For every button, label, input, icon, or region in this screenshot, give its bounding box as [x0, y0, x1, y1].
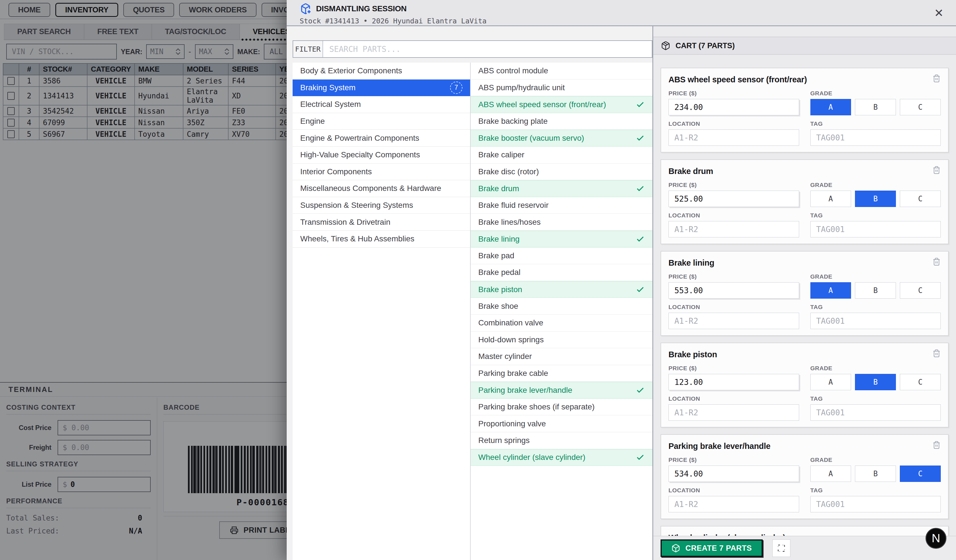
part-item[interactable]: Parking brake lever/handle — [471, 382, 653, 399]
trash-icon[interactable] — [932, 349, 941, 358]
part-item[interactable]: Brake shoe — [471, 298, 653, 315]
grade-button-a[interactable]: A — [810, 374, 851, 390]
category-item[interactable]: Interior Components — [292, 163, 470, 180]
part-item[interactable]: Brake fluid reservoir — [471, 197, 653, 214]
grade-button-c[interactable]: C — [900, 99, 941, 115]
check-icon — [636, 285, 645, 294]
grade-button-a[interactable]: A — [810, 191, 851, 207]
trash-icon[interactable] — [932, 74, 941, 83]
grade-button-b[interactable]: B — [855, 282, 896, 299]
close-icon[interactable]: ✕ — [934, 7, 943, 19]
tag-input[interactable]: TAG001 — [810, 313, 941, 329]
tag-input[interactable]: TAG001 — [810, 129, 941, 146]
category-item[interactable]: Engine & Powertrain Components — [292, 130, 470, 147]
grade-button-c[interactable]: C — [900, 282, 941, 299]
grade-button-a[interactable]: A — [810, 99, 851, 115]
create-parts-button[interactable]: CREATE 7 PARTS — [660, 540, 763, 557]
category-item[interactable]: Electrical System — [292, 96, 470, 113]
category-count-badge: 7 — [450, 82, 462, 94]
category-item[interactable]: Engine — [292, 113, 470, 130]
category-item[interactable]: Braking System7 — [292, 80, 470, 96]
cart-items-scroll[interactable]: ABS wheel speed sensor (front/rear)PRICE… — [653, 55, 956, 536]
grade-button-c[interactable]: C — [900, 191, 941, 207]
grade-button-b[interactable]: B — [855, 191, 896, 207]
category-item[interactable]: Transmission & Drivetrain — [292, 214, 470, 231]
grade-button-b[interactable]: B — [855, 99, 896, 115]
tag-input[interactable]: TAG001 — [810, 221, 941, 237]
location-field: LOCATIONA1-R2 — [668, 121, 799, 146]
part-item[interactable]: ABS wheel speed sensor (front/rear) — [471, 96, 653, 113]
part-item[interactable]: Parking brake shoes (if separate) — [471, 399, 653, 416]
trash-icon[interactable] — [932, 441, 941, 449]
part-item[interactable]: Brake booster (vacuum servo) — [471, 130, 653, 147]
part-item[interactable]: Parking brake cable — [471, 365, 653, 382]
price-field: PRICE ($)525.00 — [668, 182, 799, 207]
check-icon — [636, 453, 645, 462]
location-field: LOCATIONA1-R2 — [668, 212, 799, 237]
price-label: PRICE ($) — [668, 182, 799, 188]
location-field: LOCATIONA1-R2 — [668, 395, 799, 421]
category-item[interactable]: Wheels, Tires & Hub Assemblies — [292, 231, 470, 248]
package-icon — [671, 544, 680, 553]
part-item[interactable]: Hold-down springs — [471, 332, 653, 348]
location-field: LOCATIONA1-R2 — [668, 487, 799, 512]
grade-button-b[interactable]: B — [855, 466, 896, 482]
nextjs-dev-badge[interactable]: N — [926, 528, 947, 549]
part-item[interactable]: Brake pedal — [471, 264, 653, 281]
cart-item-name: Brake lining — [668, 258, 941, 268]
grade-button-c[interactable]: C — [900, 466, 941, 482]
grade-button-a[interactable]: A — [810, 282, 851, 299]
package-plus-icon — [300, 3, 311, 15]
price-input[interactable]: 525.00 — [668, 191, 799, 207]
part-item[interactable]: ABS pump/hydraulic unit — [471, 80, 653, 96]
location-input[interactable]: A1-R2 — [668, 129, 799, 146]
trash-icon[interactable] — [932, 257, 941, 266]
part-item[interactable]: Return springs — [471, 432, 653, 449]
cart-item-name: Parking brake lever/handle — [668, 442, 941, 451]
part-item[interactable]: Wheel cylinder (slave cylinder) — [471, 449, 653, 466]
search-parts-input[interactable]: SEARCH PARTS... — [323, 41, 652, 57]
modal-subtitle: Stock #1341413 • 2026 Hyundai Elantra La… — [300, 17, 956, 25]
location-label: LOCATION — [668, 487, 799, 494]
price-input[interactable]: 234.00 — [668, 99, 799, 115]
part-item[interactable]: ABS control module — [471, 63, 653, 80]
grade-group: ABC — [810, 99, 941, 115]
category-item[interactable]: High-Value Specialty Components — [292, 147, 470, 163]
check-icon — [636, 100, 645, 109]
grade-button-a[interactable]: A — [810, 466, 851, 482]
tag-input[interactable]: TAG001 — [810, 496, 941, 512]
part-item[interactable]: Brake disc (rotor) — [471, 163, 653, 180]
tag-input[interactable]: TAG001 — [810, 404, 941, 421]
price-field: PRICE ($)234.00 — [668, 90, 799, 115]
part-item[interactable]: Proportioning valve — [471, 415, 653, 432]
part-item[interactable]: Brake lining — [471, 231, 653, 248]
category-item[interactable]: Miscellaneous Components & Hardware — [292, 180, 470, 197]
part-item[interactable]: Combination valve — [471, 315, 653, 332]
price-input[interactable]: 553.00 — [668, 282, 799, 299]
price-input[interactable]: 534.00 — [668, 466, 799, 482]
part-item[interactable]: Brake pad — [471, 248, 653, 265]
category-item[interactable]: Body & Exterior Components — [292, 63, 470, 80]
parts-picker-pane: FILTER SEARCH PARTS... Body & Exterior C… — [287, 26, 653, 560]
part-item[interactable]: Brake drum — [471, 180, 653, 197]
check-icon — [636, 184, 645, 193]
part-item[interactable]: Brake lines/hoses — [471, 214, 653, 231]
part-item[interactable]: Brake piston — [471, 281, 653, 298]
grade-label: GRADE — [810, 182, 941, 188]
trash-icon[interactable] — [932, 166, 941, 174]
part-item[interactable]: Brake backing plate — [471, 113, 653, 130]
category-item[interactable]: Suspension & Steering Systems — [292, 197, 470, 214]
location-input[interactable]: A1-R2 — [668, 221, 799, 237]
location-input[interactable]: A1-R2 — [668, 496, 799, 512]
part-item[interactable]: Master cylinder — [471, 348, 653, 365]
tag-label: TAG — [810, 304, 941, 311]
grade-button-b[interactable]: B — [855, 374, 896, 390]
price-label: PRICE ($) — [668, 365, 799, 372]
fullscreen-button[interactable] — [772, 540, 790, 557]
part-item[interactable]: Brake caliper — [471, 147, 653, 163]
location-input[interactable]: A1-R2 — [668, 313, 799, 329]
location-input[interactable]: A1-R2 — [668, 404, 799, 421]
price-input[interactable]: 123.00 — [668, 374, 799, 390]
cart-footer: CREATE 7 PARTS — [653, 536, 956, 560]
grade-button-c[interactable]: C — [900, 374, 941, 390]
